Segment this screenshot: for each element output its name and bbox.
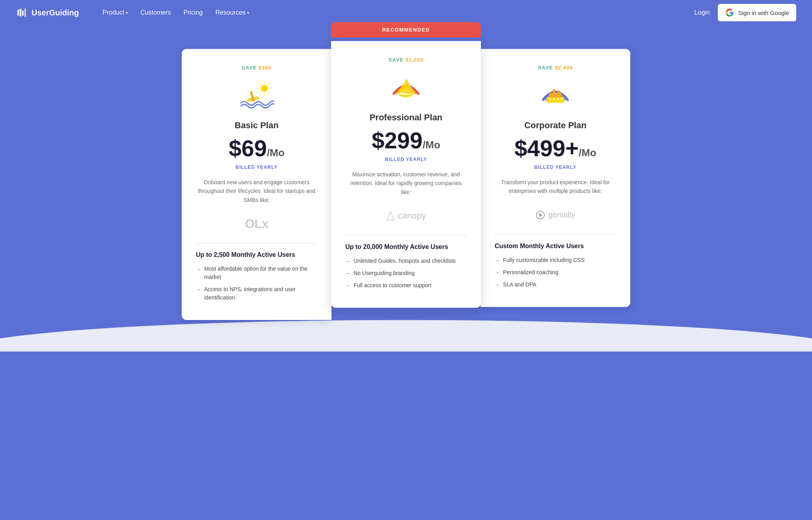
basic-divider <box>196 243 317 243</box>
sign-in-google-button[interactable]: Sign in with Google <box>718 4 796 21</box>
svg-line-14 <box>260 92 261 93</box>
professional-divider <box>345 235 467 236</box>
svg-marker-16 <box>398 80 406 94</box>
basic-description: Onboard new users and engage customers t… <box>196 178 317 204</box>
svg-point-22 <box>549 98 551 100</box>
corporate-plan-name: Corporate Plan <box>495 120 616 131</box>
professional-plan-card: RECOMMENDED SAVE $1,200 Profession <box>331 41 481 308</box>
corporate-feature-1: Fully customizable including CSS <box>495 256 616 264</box>
svg-point-6 <box>261 85 268 92</box>
svg-marker-15 <box>406 78 415 94</box>
chevron-down-icon: ▾ <box>126 11 128 15</box>
basic-plan-name: Basic Plan <box>196 120 317 131</box>
svg-marker-17 <box>387 211 394 220</box>
professional-feature-1: Unlimited Guides, hotspots and checklist… <box>345 257 467 265</box>
cards-container: SAVE $360 <box>154 41 658 320</box>
chevron-down-icon: ▾ <box>247 11 249 15</box>
navbar: UserGuiding Product ▾ Customers Pricing … <box>0 0 812 25</box>
svg-rect-19 <box>549 93 562 98</box>
basic-mau-title: Up to 2,500 Monthly Active Users <box>196 251 317 258</box>
nav-resources[interactable]: Resources ▾ <box>215 9 249 16</box>
corporate-description: Transform your product experience. Ideal… <box>495 178 616 196</box>
professional-features-list: Unlimited Guides, hotspots and checklist… <box>345 257 467 290</box>
svg-line-11 <box>260 84 261 85</box>
logo-icon <box>16 6 28 19</box>
basic-company-logo: OLx <box>196 214 317 234</box>
svg-rect-2 <box>22 10 24 16</box>
corporate-plan-icon <box>538 79 573 114</box>
pricing-section: SAVE $360 <box>0 25 812 352</box>
svg-point-23 <box>553 98 555 100</box>
professional-plan-icon <box>388 71 424 106</box>
basic-features-list: Most affordable option for the value on … <box>196 265 317 302</box>
login-link[interactable]: Login <box>695 9 710 16</box>
nav-links: Product ▾ Customers Pricing Resources ▾ <box>102 9 695 16</box>
professional-mau-title: Up to 20,000 Monthly Active Users <box>345 243 467 251</box>
logo[interactable]: UserGuiding <box>16 6 79 19</box>
professional-description: Maximize activation, customer revenue, a… <box>345 170 467 196</box>
corporate-plan-card: SAVE $2,400 <box>480 49 630 307</box>
basic-plan-icon <box>239 79 274 114</box>
professional-billed-yearly: BILLED YEARLY <box>345 157 467 162</box>
professional-plan-price: $299/Mo <box>345 129 467 152</box>
corporate-divider <box>495 234 616 235</box>
corporate-save-label: SAVE $2,400 <box>495 65 616 71</box>
professional-feature-2: No Userguiding branding <box>345 269 467 277</box>
basic-save-label: SAVE $360 <box>196 65 317 71</box>
nav-right: Login Sign in with Google <box>695 4 796 21</box>
svg-rect-21 <box>557 90 559 94</box>
basic-plan-card: SAVE $360 <box>182 49 332 320</box>
svg-rect-0 <box>17 9 19 16</box>
nav-pricing[interactable]: Pricing <box>184 9 203 16</box>
svg-point-24 <box>557 98 559 100</box>
corporate-mau-title: Custom Monthly Active Users <box>495 243 616 250</box>
svg-rect-3 <box>24 8 26 17</box>
corporate-feature-2: Personalized coaching <box>495 268 616 277</box>
corporate-features-list: Fully customizable including CSS Persona… <box>495 256 616 289</box>
basic-feature-1: Most affordable option for the value on … <box>196 265 317 281</box>
corporate-billed-yearly: BILLED YEARLY <box>495 165 616 170</box>
svg-point-27 <box>539 213 542 217</box>
professional-plan-name: Professional Plan <box>345 112 467 123</box>
svg-line-12 <box>268 92 269 93</box>
recommended-badge: RECOMMENDED <box>331 22 481 37</box>
svg-point-25 <box>561 98 563 100</box>
basic-billed-yearly: BILLED YEARLY <box>196 165 317 170</box>
logo-text: UserGuiding <box>32 8 79 17</box>
svg-rect-20 <box>553 89 555 94</box>
sign-in-google-label: Sign in with Google <box>738 9 789 16</box>
svg-line-13 <box>268 84 269 85</box>
professional-save-label: SAVE $1,200 <box>345 57 467 63</box>
basic-plan-price: $69/Mo <box>196 137 317 160</box>
nav-product[interactable]: Product ▾ <box>102 9 128 16</box>
nav-customers[interactable]: Customers <box>140 9 171 16</box>
professional-feature-3: Full access to customer support <box>345 281 467 290</box>
professional-company-logo: canopy <box>345 206 467 226</box>
google-icon <box>725 8 734 17</box>
corporate-company-logo: genially <box>495 205 616 225</box>
basic-feature-2: Access to NPS, integrations and user ide… <box>196 285 317 302</box>
corporate-feature-3: SLA and DPA <box>495 281 616 289</box>
corporate-plan-price: $499+/Mo <box>495 137 616 160</box>
svg-rect-1 <box>20 9 21 17</box>
